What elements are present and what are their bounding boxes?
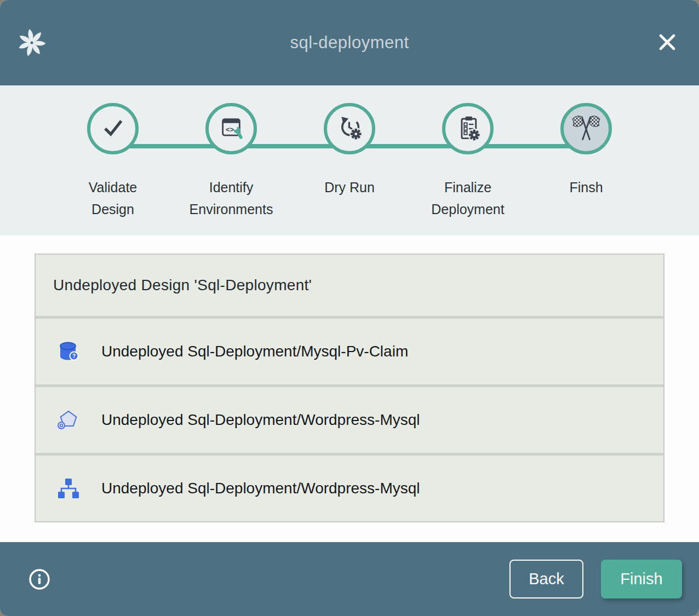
step-circle-finish[interactable] bbox=[560, 103, 612, 154]
status-row-design: Undeployed Design 'Sql-Deployment' bbox=[36, 255, 663, 316]
close-button[interactable] bbox=[655, 31, 679, 55]
sql-deployment-dialog: sql-deployment bbox=[0, 0, 699, 616]
step-label: Identify Environments bbox=[184, 176, 278, 220]
back-button[interactable]: Back bbox=[509, 560, 583, 598]
rerun-gear-icon bbox=[335, 113, 364, 145]
step-label: Validate Design bbox=[66, 176, 160, 220]
info-icon bbox=[28, 584, 51, 592]
step-label: Finsh bbox=[569, 176, 603, 198]
dialog-footer: Back Finish bbox=[0, 542, 699, 616]
info-button[interactable] bbox=[28, 568, 51, 591]
check-icon bbox=[98, 112, 128, 145]
status-row-mysql-pv-claim: ? Undeployed Sql-Deployment/Mysql-Pv-Cla… bbox=[36, 319, 663, 384]
database-icon: ? bbox=[55, 339, 81, 364]
close-icon bbox=[656, 31, 678, 55]
hierarchy-icon bbox=[55, 476, 81, 501]
svg-text:?: ? bbox=[72, 353, 76, 359]
app-logo-pinwheel-icon bbox=[18, 28, 46, 57]
step-circle-dry-run[interactable] bbox=[324, 103, 375, 154]
dialog-header: sql-deployment bbox=[0, 0, 699, 85]
step-identify-environments: <> Identify Environments bbox=[172, 103, 290, 220]
status-text: Undeployed Sql-Deployment/Mysql-Pv-Claim bbox=[101, 343, 408, 360]
finish-button[interactable]: Finish bbox=[601, 560, 682, 598]
step-circle-validate-design[interactable] bbox=[87, 103, 139, 154]
step-label: Dry Run bbox=[324, 176, 375, 198]
step-dry-run: Dry Run bbox=[290, 103, 409, 220]
status-text: Undeployed Sql-Deployment/Wordpress-Mysq… bbox=[101, 411, 420, 429]
pentagon-icon bbox=[55, 407, 81, 433]
wizard-stepper: Validate Design <> bbox=[0, 85, 699, 235]
step-circle-identify-environments[interactable]: <> bbox=[205, 103, 257, 154]
step-label: Finalize Deployment bbox=[421, 176, 515, 220]
step-finish: Finsh bbox=[527, 103, 645, 220]
code-window-wrench-icon: <> bbox=[217, 113, 245, 144]
status-row-wordpress-mysql-app: Undeployed Sql-Deployment/Wordpress-Mysq… bbox=[36, 387, 663, 453]
undeploy-status-list: Undeployed Design 'Sql-Deployment' ? Und… bbox=[35, 254, 664, 522]
clipboard-gear-icon bbox=[453, 113, 483, 145]
step-validate-design: Validate Design bbox=[54, 103, 172, 220]
status-text: Undeployed Sql-Deployment/Wordpress-Mysq… bbox=[101, 480, 420, 497]
status-row-wordpress-mysql-topology: Undeployed Sql-Deployment/Wordpress-Mysq… bbox=[36, 456, 663, 521]
deployment-results-panel: Undeployed Design 'Sql-Deployment' ? Und… bbox=[0, 235, 699, 542]
step-circle-finalize-deployment[interactable] bbox=[442, 103, 494, 154]
status-text: Undeployed Design 'Sql-Deployment' bbox=[53, 277, 312, 294]
step-finalize-deployment: Finalize Deployment bbox=[409, 103, 527, 220]
checkered-flags-icon bbox=[571, 112, 601, 145]
dialog-title: sql-deployment bbox=[290, 33, 409, 53]
svg-text:<>: <> bbox=[226, 125, 234, 134]
